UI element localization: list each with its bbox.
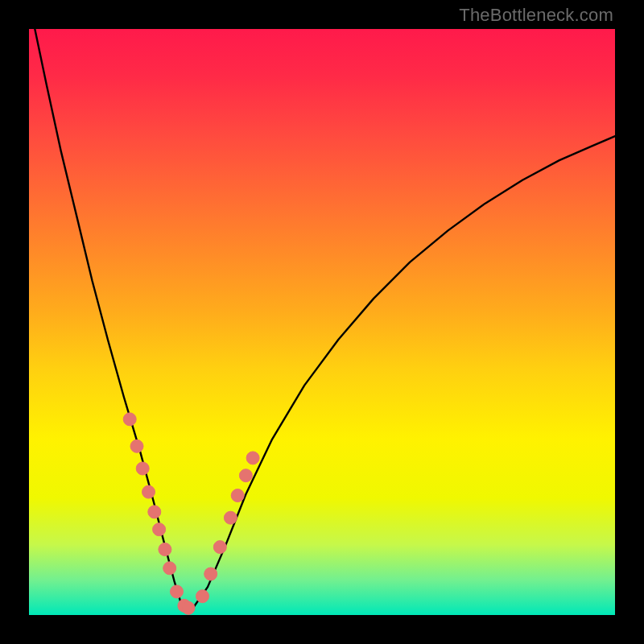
bottleneck-curve — [35, 29, 615, 608]
highlight-dot — [224, 511, 237, 524]
highlight-dot — [213, 541, 226, 554]
highlight-dot — [142, 485, 155, 498]
highlight-dot — [163, 562, 176, 575]
highlight-dot — [130, 440, 143, 452]
highlight-dot — [231, 489, 244, 502]
highlight-dot — [153, 523, 166, 536]
highlight-dot — [246, 452, 259, 464]
highlight-dot — [159, 543, 171, 556]
highlight-dot — [123, 413, 136, 426]
highlight-dot — [136, 462, 149, 475]
highlight-dot — [148, 506, 161, 518]
highlight-dot — [182, 601, 195, 614]
curve-layer — [35, 29, 615, 608]
highlight-dot — [204, 568, 217, 580]
plot-area — [29, 29, 615, 615]
chart-svg — [29, 29, 615, 615]
outer-frame: TheBottleneck.com — [0, 0, 644, 644]
watermark-text: TheBottleneck.com — [459, 5, 613, 26]
highlight-dot — [239, 469, 252, 482]
highlight-dot — [196, 590, 209, 603]
highlight-dot — [171, 585, 184, 598]
